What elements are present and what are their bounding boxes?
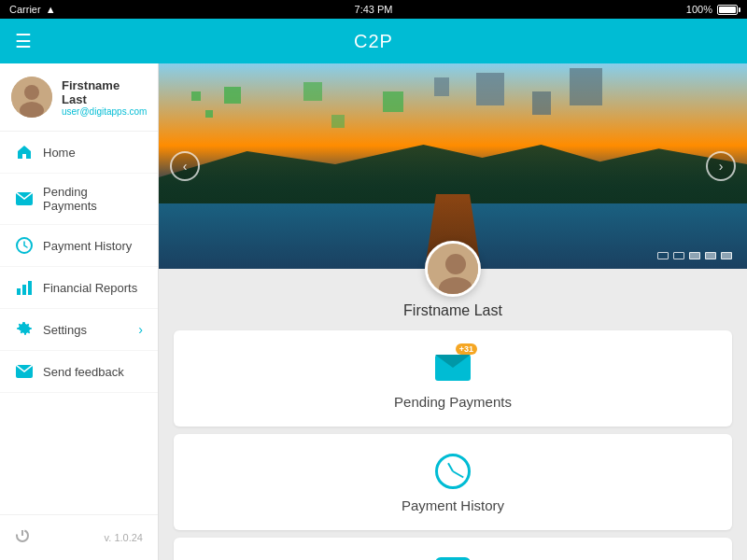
sidebar-nav: Home Pending Payments Payment History	[0, 132, 158, 514]
deco-square-1	[191, 91, 201, 101]
hero-banner: ‹ ›	[159, 63, 747, 269]
svg-point-13	[445, 254, 466, 274]
sidebar-item-home[interactable]: Home	[0, 132, 158, 174]
settings-arrow-icon: ›	[138, 322, 143, 337]
home-icon	[15, 143, 34, 161]
clock-hand-minute	[453, 470, 464, 478]
pending-payments-card-icon: +31	[432, 347, 473, 388]
sidebar-item-pending-payments[interactable]: Pending Payments	[0, 174, 158, 225]
svg-rect-6	[22, 285, 26, 295]
hero-prev-button[interactable]: ‹	[170, 151, 200, 181]
sidebar-reports-label: Financial Reports	[43, 281, 137, 295]
top-nav-bar: ☰ C2P	[0, 19, 747, 63]
sidebar-item-payment-history[interactable]: Payment History	[0, 225, 158, 267]
sidebar-item-send-feedback[interactable]: Send feedback	[0, 351, 158, 393]
profile-section: Firstname Last	[159, 241, 747, 319]
deco-square-5	[331, 115, 345, 128]
main-layout: Firstname Last user@digitapps.com Home P…	[0, 63, 747, 560]
sidebar-user-section: Firstname Last user@digitapps.com	[0, 63, 158, 132]
svg-point-1	[24, 85, 39, 100]
sidebar-item-settings[interactable]: Settings ›	[0, 309, 158, 351]
clock-big-icon	[435, 454, 471, 489]
sidebar-user-name: Firstname Last	[62, 78, 147, 106]
envelope-big-icon	[435, 355, 471, 381]
deco-square-8	[476, 73, 504, 105]
status-time: 7:43 PM	[355, 4, 393, 15]
deco-square-9	[532, 91, 551, 115]
status-left: Carrier ▲	[9, 4, 56, 15]
version-label: v. 1.0.24	[105, 532, 143, 543]
pending-badge: +31	[456, 343, 477, 355]
sidebar-settings-label: Settings	[43, 323, 87, 337]
sidebar-feedback-label: Send feedback	[43, 365, 124, 379]
sidebar-item-financial-reports[interactable]: Financial Reports	[0, 267, 158, 309]
pending-payments-card[interactable]: +31 Pending Payments	[174, 330, 732, 427]
wifi-icon: ▲	[46, 4, 56, 15]
svg-rect-7	[28, 281, 32, 295]
battery-percent: 100%	[686, 4, 712, 15]
payment-history-card-label: Payment History	[402, 497, 504, 513]
status-right: 100%	[686, 4, 738, 15]
hero-next-button[interactable]: ›	[706, 151, 736, 181]
sidebar: Firstname Last user@digitapps.com Home P…	[0, 63, 159, 560]
sidebar-user-info: Firstname Last user@digitapps.com	[62, 78, 147, 117]
clock-icon	[15, 236, 34, 255]
app-title: C2P	[354, 31, 393, 52]
sidebar-history-label: Payment History	[43, 239, 132, 253]
financial-reports-card[interactable]: Financial Reports	[174, 538, 732, 560]
deco-square-10	[570, 68, 602, 105]
pending-payments-card-label: Pending Payments	[394, 394, 512, 410]
deco-square-6	[383, 91, 403, 112]
status-bar: Carrier ▲ 7:43 PM 100%	[0, 0, 747, 19]
content-area: ‹ › Firstname Last	[159, 63, 747, 560]
sidebar-home-label: Home	[43, 146, 76, 160]
deco-square-7	[434, 77, 449, 96]
sidebar-footer: v. 1.0.24	[0, 514, 158, 560]
sidebar-avatar	[11, 77, 52, 118]
deco-square-3	[205, 110, 213, 118]
profile-avatar	[425, 241, 481, 297]
sidebar-user-email: user@digitapps.com	[62, 106, 147, 117]
deco-square-4	[303, 82, 322, 101]
bar-chart-icon	[15, 278, 34, 297]
carrier-label: Carrier	[9, 4, 41, 15]
battery-icon	[717, 5, 738, 15]
sidebar-pending-label: Pending Payments	[43, 185, 143, 213]
menu-cards: +31 Pending Payments Payment History	[159, 319, 747, 560]
profile-name: Firstname Last	[403, 302, 502, 319]
svg-rect-5	[17, 288, 21, 295]
envelope-icon	[15, 189, 34, 208]
power-icon[interactable]	[15, 528, 30, 547]
payment-history-card-icon	[432, 451, 473, 492]
deco-square-2	[224, 87, 241, 104]
hamburger-menu-button[interactable]: ☰	[15, 30, 32, 52]
feedback-envelope-icon	[15, 362, 34, 381]
financial-reports-card-icon	[432, 554, 473, 560]
payment-history-card[interactable]: Payment History	[174, 434, 732, 530]
gear-icon	[15, 320, 34, 339]
